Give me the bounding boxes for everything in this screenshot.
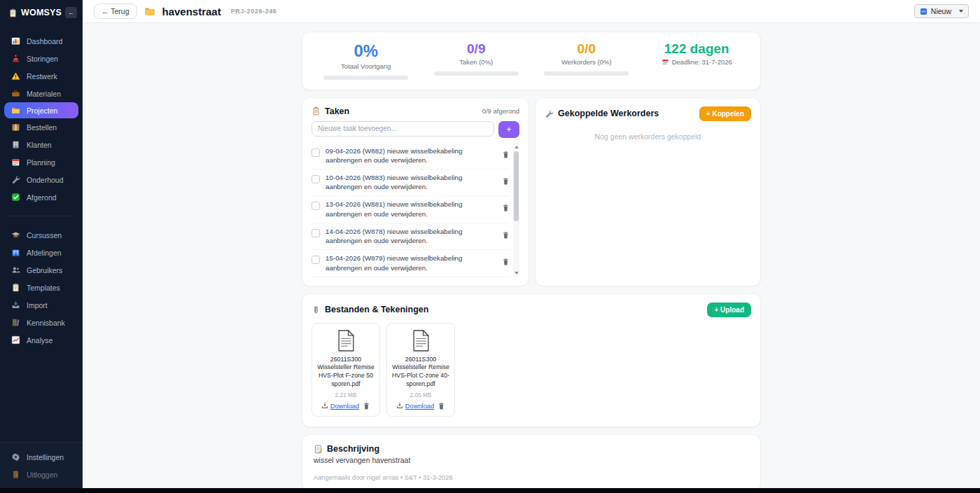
upload-button[interactable]: + Upload <box>707 303 751 317</box>
sidebar-collapse-button[interactable]: ← <box>65 7 77 18</box>
description-meta: Aangemaakt door nigel arrias • S&T • 31-… <box>314 474 749 481</box>
sidebar-item-label: Onderhoud <box>27 176 64 184</box>
stat-label: Taken (0%) <box>428 58 525 66</box>
trash-icon[interactable] <box>502 176 510 188</box>
sidebar-item-projecten[interactable]: Projecten <box>4 102 78 118</box>
sidebar-item-instellingen[interactable]: Instellingen <box>0 448 83 466</box>
top-bar: ← Terug havenstraat PRJ-2026-246 Nieuw <box>83 0 980 23</box>
task-checkbox[interactable] <box>312 229 320 237</box>
trash-icon[interactable] <box>502 202 510 215</box>
sidebar-item-uitloggen[interactable]: Uitloggen <box>0 466 83 483</box>
task-row: 09-04-2026 (W882) nieuwe wisselbekabelin… <box>312 143 510 169</box>
sidebar-item-label: Instellingen <box>27 453 64 461</box>
sidebar-item-materialen[interactable]: Materialen <box>0 85 83 102</box>
sidebar-item-storingen[interactable]: Storingen <box>0 50 83 67</box>
calendar-icon <box>11 158 20 167</box>
sidebar-item-afdelingen[interactable]: Afdelingen <box>0 244 83 261</box>
sidebar-item-label: Afgerond <box>27 193 57 202</box>
download-link[interactable]: Download <box>396 402 434 410</box>
task-input-row: + <box>312 121 519 138</box>
file-actions: Download <box>316 402 375 410</box>
trash-icon[interactable] <box>438 402 445 410</box>
sidebar-item-import[interactable]: Import <box>0 296 83 314</box>
files-card: Bestanden & Tekeningen + Upload 26011S30… <box>302 293 761 428</box>
sidebar-item-label: Templates <box>27 284 60 292</box>
progress-bar <box>434 71 519 76</box>
trash-icon[interactable] <box>502 256 510 269</box>
file-name: 26011S300 Wisselsteller Remise HVS-Plot … <box>391 356 450 389</box>
file-size: 2.05 MB <box>391 391 450 398</box>
stat-value: 0/0 <box>538 41 635 57</box>
document-icon <box>316 330 375 352</box>
warning-icon <box>11 71 20 81</box>
sidebar-item-dashboard[interactable]: Dashboard <box>0 32 83 50</box>
sidebar-item-label: Storingen <box>27 55 58 63</box>
link-werkorder-button[interactable]: + Koppelen <box>699 106 751 121</box>
description-body: wissel vervangen havenstraat <box>314 456 749 464</box>
file-actions: Download <box>391 402 450 410</box>
task-checkbox[interactable] <box>312 148 320 157</box>
task-label: 10-04-2026 (W883) nieuwe wisselbekabelin… <box>326 173 496 191</box>
trash-icon[interactable] <box>502 230 510 242</box>
import-icon <box>11 300 20 310</box>
task-list-viewport: 09-04-2026 (W882) nieuwe wisselbekabelin… <box>312 143 519 277</box>
sidebar-item-restwerk[interactable]: Restwerk <box>0 67 83 85</box>
download-label: Download <box>405 403 434 410</box>
task-list-scrollbar[interactable] <box>513 143 519 277</box>
graduation-icon <box>11 230 20 239</box>
sidebar-item-klanten[interactable]: Klanten <box>0 136 83 153</box>
new-dropdown[interactable]: Nieuw <box>914 4 969 18</box>
task-checkbox[interactable] <box>312 256 320 264</box>
building-icon <box>11 140 20 149</box>
werkorders-empty-state: Nog geen werkorders gekoppeld <box>545 132 751 141</box>
trash-icon[interactable] <box>502 149 510 162</box>
sidebar-item-kennisbank[interactable]: Kennisbank <box>0 314 83 331</box>
task-label: 14-04-2026 (W878) nieuwe wisselbekabelin… <box>326 227 496 245</box>
sidebar-item-label: Analyse <box>27 336 52 345</box>
sidebar-item-label: Afdelingen <box>27 249 62 257</box>
app-title: WOMSYS <box>21 8 62 18</box>
task-row: 10-04-2026 (W883) nieuwe wisselbekabelin… <box>312 169 510 196</box>
sidebar-item-cursussen[interactable]: Cursussen <box>0 226 83 244</box>
back-button[interactable]: ← Terug <box>94 4 137 19</box>
middle-row: Taken 0/9 afgerond + 09-04-2026 (W882) n… <box>302 97 761 286</box>
add-task-button[interactable]: + <box>498 121 519 138</box>
sidebar-item-templates[interactable]: Templates <box>0 279 83 296</box>
analyse-icon <box>11 335 20 345</box>
task-checkbox[interactable] <box>312 202 320 210</box>
app-root: WOMSYS ← DashboardStoringenRestwerkMater… <box>0 0 980 493</box>
sidebar-bottom-section: InstellingenUitloggen <box>0 442 83 493</box>
new-icon <box>920 8 927 15</box>
sidebar-item-label: Bestellen <box>27 123 57 132</box>
stat-tasks: 0/9 Taken (0%) <box>421 41 532 80</box>
sidebar-item-bestellen[interactable]: Bestellen <box>0 118 83 136</box>
dashboard-icon <box>11 36 20 46</box>
files-title: Bestanden & Tekeningen <box>325 305 428 314</box>
file-size: 2.21 MB <box>316 391 375 398</box>
alarm-icon <box>11 54 20 63</box>
sidebar-item-label: Materialen <box>27 90 61 98</box>
scroll-down-icon[interactable] <box>514 272 519 275</box>
sidebar-item-planning[interactable]: Planning <box>0 153 83 171</box>
trash-icon[interactable] <box>363 402 370 410</box>
wrench-icon <box>545 109 554 118</box>
sidebar-item-analyse[interactable]: Analyse <box>0 331 83 349</box>
sidebar-item-label: Cursussen <box>27 231 62 239</box>
download-link[interactable]: Download <box>321 402 359 410</box>
calendar-icon <box>662 58 669 66</box>
sidebar-item-onderhoud[interactable]: Onderhoud <box>0 171 83 188</box>
window-bottom-edge <box>0 488 980 493</box>
scrollbar-thumb[interactable] <box>514 151 519 221</box>
new-task-input[interactable] <box>312 121 494 137</box>
memo-icon <box>314 445 323 454</box>
main-area: ← Terug havenstraat PRJ-2026-246 Nieuw 0… <box>83 0 980 493</box>
sidebar-item-afgerond[interactable]: Afgerond <box>0 188 83 206</box>
task-checkbox[interactable] <box>312 175 320 183</box>
scroll-up-icon[interactable] <box>514 146 519 148</box>
werkorders-card-header: Gekoppelde Werkorders + Koppelen <box>545 106 751 121</box>
sidebar-item-gebruikers[interactable]: Gebruikers <box>0 261 83 279</box>
content-area: 0% Totaal Voortgang 0/9 Taken (0%) 0/0 W… <box>83 23 980 493</box>
folder-icon <box>11 106 20 115</box>
task-list: 09-04-2026 (W882) nieuwe wisselbekabelin… <box>312 143 510 277</box>
users-icon <box>11 265 20 275</box>
